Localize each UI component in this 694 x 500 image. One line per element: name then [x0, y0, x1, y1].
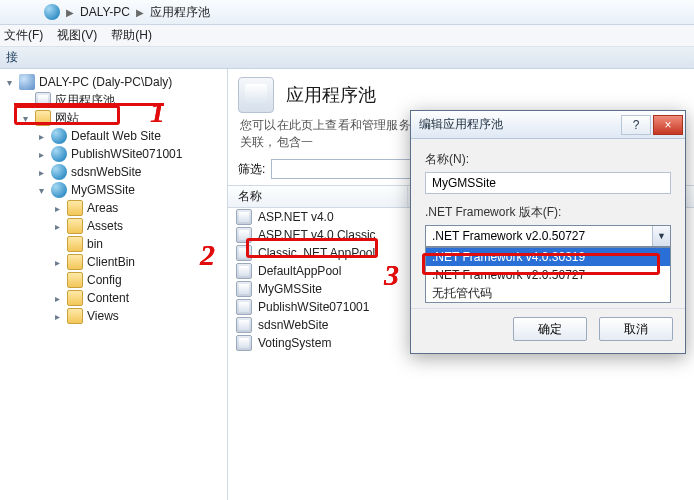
close-button[interactable]: ×	[653, 115, 683, 135]
help-button[interactable]: ?	[621, 115, 651, 135]
crumb-server[interactable]: DALY-PC	[80, 5, 130, 19]
tree-folder[interactable]: ▸Assets	[2, 217, 225, 235]
globe-icon	[51, 164, 67, 180]
app-pool-icon	[236, 317, 252, 333]
collapse-icon[interactable]: ▾	[20, 113, 31, 124]
tree-app-pools-label: 应用程序池	[55, 92, 115, 109]
chevron-right-icon: ▶	[136, 7, 144, 18]
app-pool-icon	[236, 281, 252, 297]
page-title: 应用程序池	[286, 83, 376, 107]
cancel-button[interactable]: 取消	[599, 317, 673, 341]
breadcrumb: ▶ DALY-PC ▶ 应用程序池	[0, 0, 694, 25]
server-icon	[44, 4, 60, 20]
framework-dropdown: .NET Framework v4.0.30319 .NET Framework…	[425, 247, 671, 303]
folder-icon	[67, 200, 83, 216]
globe-icon	[51, 146, 67, 162]
filter-label: 筛选:	[238, 161, 265, 178]
edit-app-pool-dialog: 编辑应用程序池 ? × 名称(N): .NET Framework 版本(F):…	[410, 110, 686, 354]
menu-file[interactable]: 文件(F)	[4, 27, 43, 44]
globe-icon	[51, 128, 67, 144]
expand-icon[interactable]: ▸	[52, 257, 63, 268]
tree-app-pools[interactable]: 应用程序池	[2, 91, 225, 109]
collapse-icon[interactable]: ▾	[36, 185, 47, 196]
folder-icon	[67, 272, 83, 288]
app-pool-icon	[35, 92, 51, 108]
column-name[interactable]: 名称	[228, 186, 408, 207]
tree-site-label: PublishWSite071001	[71, 147, 182, 161]
folder-icon	[67, 254, 83, 270]
tree-folder[interactable]: Config	[2, 271, 225, 289]
tree-site-label: Default Web Site	[71, 129, 161, 143]
filter-input[interactable]	[271, 159, 411, 179]
chevron-right-icon: ▶	[66, 7, 74, 18]
folder-icon	[67, 236, 83, 252]
tree-server-label: DALY-PC (Daly-PC\Daly)	[39, 75, 172, 89]
tree-folder-label: Assets	[87, 219, 123, 233]
folder-icon	[35, 110, 51, 126]
tree-server-node[interactable]: ▾ DALY-PC (Daly-PC\Daly)	[2, 73, 225, 91]
expand-icon[interactable]: ▸	[36, 149, 47, 160]
globe-icon	[51, 182, 67, 198]
framework-label: .NET Framework 版本(F):	[425, 204, 671, 221]
tree-folder-label: bin	[87, 237, 103, 251]
tree-folder-label: Views	[87, 309, 119, 323]
tree-site-label: MyGMSSite	[71, 183, 135, 197]
app-pool-icon	[236, 227, 252, 243]
tree-folder[interactable]: bin	[2, 235, 225, 253]
menu-help[interactable]: 帮助(H)	[111, 27, 152, 44]
name-field[interactable]	[425, 172, 671, 194]
row-label: ASP.NET v4.0 Classic	[258, 228, 376, 242]
app-pool-icon	[236, 245, 252, 261]
tree-folder-label: Content	[87, 291, 129, 305]
app-pool-icon	[236, 299, 252, 315]
tree-folder-label: Areas	[87, 201, 118, 215]
connections-tree: ▾ DALY-PC (Daly-PC\Daly) 应用程序池 ▾ 网站 ▸Def…	[0, 69, 228, 500]
ok-button[interactable]: 确定	[513, 317, 587, 341]
row-label: VotingSystem	[258, 336, 331, 350]
framework-option[interactable]: .NET Framework v4.0.30319	[426, 248, 670, 266]
expand-icon[interactable]: ▸	[52, 311, 63, 322]
row-label: Classic .NET AppPool	[258, 246, 375, 260]
tree-site[interactable]: ▸PublishWSite071001	[2, 145, 225, 163]
framework-option[interactable]: 无托管代码	[426, 284, 670, 302]
app-pool-icon	[236, 263, 252, 279]
expand-icon[interactable]: ▸	[36, 131, 47, 142]
expand-icon[interactable]: ▸	[52, 221, 63, 232]
tree-folder-label: ClientBin	[87, 255, 135, 269]
crumb-apppools[interactable]: 应用程序池	[150, 4, 210, 21]
left-pane-header: 接	[0, 47, 694, 69]
row-label: DefaultAppPool	[258, 264, 341, 278]
tree-folder[interactable]: ▸Areas	[2, 199, 225, 217]
framework-option[interactable]: .NET Framework v2.0.50727	[426, 266, 670, 284]
row-label: ASP.NET v4.0	[258, 210, 334, 224]
tree-folder[interactable]: ▸ClientBin	[2, 253, 225, 271]
folder-icon	[67, 308, 83, 324]
framework-combo[interactable]: .NET Framework v2.0.50727 ▼ .NET Framewo…	[425, 225, 671, 247]
expand-icon[interactable]: ▸	[52, 203, 63, 214]
dialog-title: 编辑应用程序池	[419, 116, 503, 133]
framework-selected: .NET Framework v2.0.50727	[432, 229, 585, 243]
spacer	[20, 95, 31, 106]
tree-site[interactable]: ▸Default Web Site	[2, 127, 225, 145]
app-pool-icon	[236, 209, 252, 225]
menu-view[interactable]: 视图(V)	[57, 27, 97, 44]
tree-sites-label: 网站	[55, 110, 79, 127]
dialog-titlebar[interactable]: 编辑应用程序池 ? ×	[411, 111, 685, 139]
chevron-down-icon[interactable]: ▼	[652, 226, 670, 246]
tree-folder[interactable]: ▸Content	[2, 289, 225, 307]
tree-site[interactable]: ▸sdsnWebSite	[2, 163, 225, 181]
name-label: 名称(N):	[425, 151, 671, 168]
tree-folder[interactable]: ▸Views	[2, 307, 225, 325]
row-label: PublishWSite071001	[258, 300, 369, 314]
row-label: sdsnWebSite	[258, 318, 328, 332]
tree-sites-node[interactable]: ▾ 网站	[2, 109, 225, 127]
collapse-icon[interactable]: ▾	[4, 77, 15, 88]
tree-site-mygms[interactable]: ▾MyGMSSite	[2, 181, 225, 199]
expand-icon[interactable]: ▸	[52, 293, 63, 304]
left-pane-title: 接	[6, 49, 18, 66]
tree-site-label: sdsnWebSite	[71, 165, 141, 179]
app-pool-large-icon	[238, 77, 274, 113]
menu-bar: 文件(F) 视图(V) 帮助(H)	[0, 25, 694, 47]
expand-icon[interactable]: ▸	[36, 167, 47, 178]
app-pool-icon	[236, 335, 252, 351]
